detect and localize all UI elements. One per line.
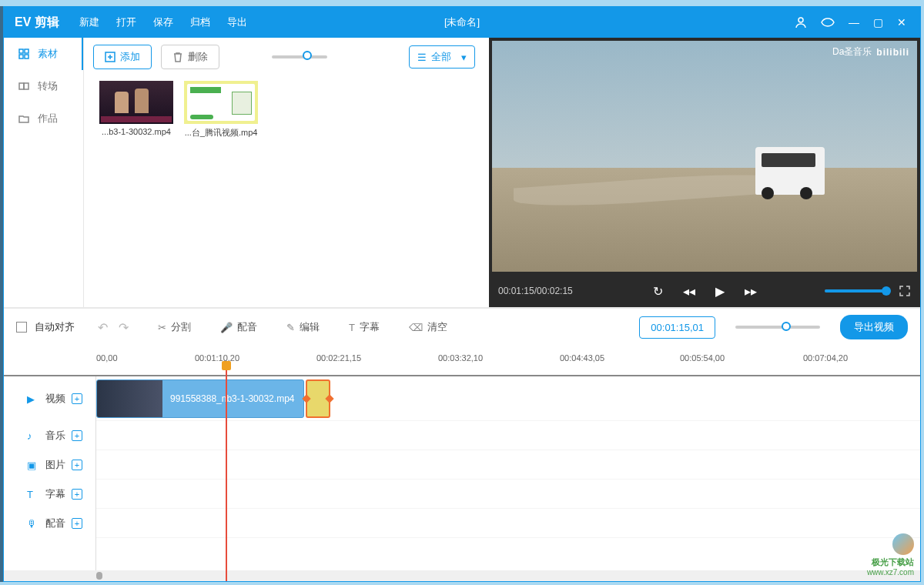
play-icon[interactable]: ▶ (715, 284, 725, 299)
maximize-icon[interactable]: ▢ (873, 16, 883, 28)
track-lane-subtitle[interactable] (96, 480, 920, 509)
track-content[interactable]: 991558388_nb3-1-30032.mp4 (96, 376, 920, 570)
timeline-clip-video[interactable]: 991558388_nb3-1-30032.mp4 (96, 379, 304, 418)
timeline: 00,00 00:01:10,20 00:02:21,15 00:03:32,1… (4, 346, 920, 581)
timeline-toolbar: 自动对齐 ↶ ↷ ✂分割 🎤配音 ✎编辑 T字幕 ⌫清空 00:01:15,01… (4, 307, 920, 346)
track-header-music: ♪音乐+ (4, 421, 95, 450)
grid-icon (18, 48, 30, 60)
svg-point-0 (798, 18, 803, 22)
vip-icon[interactable] (821, 18, 835, 27)
user-icon[interactable] (795, 16, 807, 28)
thumbnail-size-slider[interactable] (272, 55, 327, 58)
voiceover-label: 配音 (237, 320, 257, 334)
track-lane-music[interactable] (96, 421, 920, 450)
timeline-time-indicator[interactable]: 00:01:15,01 (639, 316, 715, 339)
menu-export[interactable]: 导出 (227, 15, 247, 29)
upper-pane: 素材 转场 作品 添加 删除 (4, 38, 920, 307)
track-label: 配音 (45, 516, 65, 530)
voiceover-button[interactable]: 🎤配音 (220, 320, 257, 334)
media-panel: 添加 删除 ☰ 全部 ▾ (84, 38, 489, 307)
watermark-text: Da圣音乐 (832, 45, 872, 58)
sidebar-tab-works[interactable]: 作品 (4, 102, 83, 135)
preview-video[interactable]: Da圣音乐 bilibili (492, 41, 917, 272)
mic2-icon: 🎙 (27, 518, 39, 530)
text-icon: T (349, 322, 355, 333)
edit-button[interactable]: ✎编辑 (286, 320, 320, 334)
chevron-down-icon: ▾ (461, 52, 467, 63)
delete-media-button[interactable]: 删除 (161, 45, 219, 69)
menu-new[interactable]: 新建 (79, 15, 99, 29)
timeline-zoom-slider[interactable] (735, 326, 820, 329)
track-header-voice: 🎙配音+ (4, 509, 95, 538)
app-logo: EV 剪辑 (4, 15, 70, 31)
sidebar-tab-transition[interactable]: 转场 (4, 70, 83, 102)
preview-progress-slider[interactable] (825, 289, 888, 292)
add-track-icon[interactable]: + (72, 393, 82, 404)
minimize-icon[interactable]: — (849, 16, 859, 28)
track-label: 图片 (45, 458, 65, 472)
playhead[interactable] (226, 369, 227, 581)
ruler-tick: 00:03:32,10 (438, 353, 483, 363)
list-icon: ☰ (417, 52, 427, 63)
menu-save[interactable]: 保存 (153, 15, 173, 29)
menu-open[interactable]: 打开 (116, 15, 136, 29)
add-media-button[interactable]: 添加 (93, 45, 152, 69)
filter-label: 全部 (431, 50, 451, 64)
media-filter-dropdown[interactable]: ☰ 全部 ▾ (409, 45, 475, 69)
text2-icon: T (27, 489, 39, 500)
media-clip[interactable]: ...台_腾讯视频.mp4 (184, 81, 258, 303)
timeline-clip-video-2[interactable] (306, 379, 330, 418)
playback-time: 00:01:15/00:02:15 (498, 286, 573, 296)
loop-icon[interactable]: ↻ (653, 284, 663, 299)
main-menu: 新建 打开 保存 归档 导出 (70, 15, 247, 29)
tracks: ▶视频+ ♪音乐+ ▣图片+ T字幕+ 🎙配音+ 991558388_nb3-1… (4, 376, 920, 570)
ruler-tick: 00:07:04,20 (803, 353, 848, 363)
media-toolbar: 添加 删除 ☰ 全部 ▾ (84, 38, 489, 76)
auto-align-label: 自动对齐 (35, 320, 75, 334)
track-lane-image[interactable] (96, 450, 920, 480)
sidebar-tab-label: 素材 (38, 47, 58, 61)
track-lane-video[interactable]: 991558388_nb3-1-30032.mp4 (96, 376, 920, 421)
timeline-horizontal-scrollbar[interactable] (4, 570, 920, 581)
split-button[interactable]: ✂分割 (158, 320, 191, 334)
transition-icon (18, 80, 30, 92)
prev-frame-icon[interactable]: ◂◂ (683, 284, 695, 299)
add-track-icon[interactable]: + (72, 460, 82, 470)
close-icon[interactable]: ✕ (897, 16, 906, 28)
undo-icon[interactable]: ↶ (98, 320, 108, 335)
sidebar-tab-media[interactable]: 素材 (4, 38, 83, 70)
preview-watermark: Da圣音乐 bilibili (832, 45, 909, 58)
import-icon (105, 52, 116, 62)
pencil-icon: ✎ (286, 322, 295, 333)
clear-label: 清空 (427, 320, 447, 334)
van-shape (755, 147, 825, 195)
menu-archive[interactable]: 归档 (190, 15, 210, 29)
redo-icon[interactable]: ↷ (119, 320, 129, 335)
fullscreen-icon[interactable] (899, 285, 911, 297)
export-video-button[interactable]: 导出视频 (840, 315, 908, 339)
clip-name: ...b3-1-30032.mp4 (99, 127, 173, 136)
add-track-icon[interactable]: + (72, 489, 82, 500)
clear-button[interactable]: ⌫清空 (409, 320, 447, 334)
media-clip[interactable]: ...b3-1-30032.mp4 (99, 81, 173, 303)
next-frame-icon[interactable]: ▸▸ (745, 284, 757, 299)
sidebar-tab-label: 作品 (38, 112, 58, 125)
sidebar-tab-label: 转场 (38, 79, 58, 93)
preview-panel: Da圣音乐 bilibili 00:01:15/00:02:15 ↻ ◂◂ ▶ … (489, 38, 920, 307)
track-lane-voice[interactable] (96, 509, 920, 538)
add-track-icon[interactable]: + (72, 430, 82, 441)
left-sidebar: 素材 转场 作品 (4, 38, 84, 307)
clip-thumbnail (184, 81, 258, 124)
add-track-icon[interactable]: + (72, 518, 82, 529)
site-logo-icon (892, 533, 914, 555)
video-icon: ▶ (27, 393, 39, 405)
bilibili-logo: bilibili (876, 47, 909, 58)
subtitle-button[interactable]: T字幕 (349, 320, 380, 334)
clip-name: ...台_腾讯视频.mp4 (184, 127, 258, 139)
titlebar: EV 剪辑 新建 打开 保存 归档 导出 [未命名] — ▢ ✕ (4, 7, 920, 38)
clip-label: 991558388_nb3-1-30032.mp4 (162, 393, 303, 404)
auto-align-checkbox[interactable] (16, 322, 27, 333)
add-label: 添加 (120, 50, 140, 64)
timeline-ruler[interactable]: 00,00 00:01:10,20 00:02:21,15 00:03:32,1… (4, 346, 920, 376)
track-header-image: ▣图片+ (4, 450, 95, 480)
